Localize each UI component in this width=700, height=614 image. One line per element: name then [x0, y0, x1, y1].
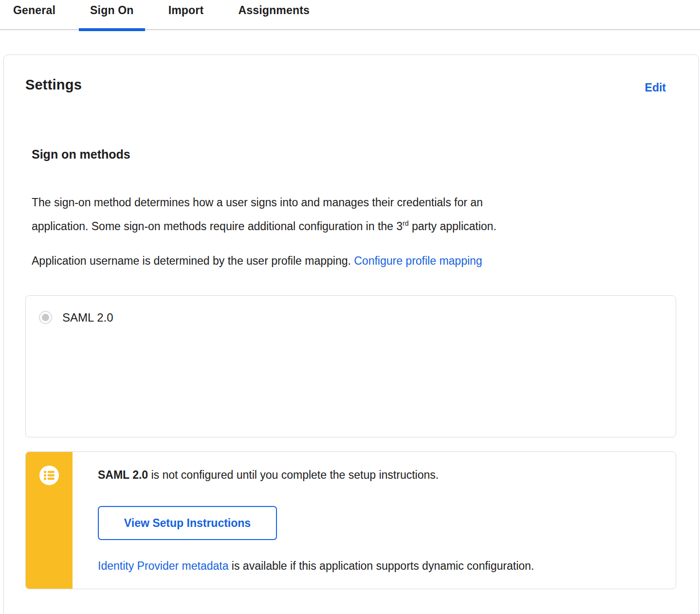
- tab-assignments[interactable]: Assignments: [227, 0, 321, 30]
- metadata-availability-text: is available if this application support…: [228, 560, 534, 572]
- saml-radio-button[interactable]: [39, 311, 52, 324]
- description-line-2-tail: party application.: [409, 220, 497, 233]
- view-setup-instructions-button[interactable]: View Setup Instructions: [98, 506, 277, 540]
- ordinal-suffix: rd: [403, 219, 408, 227]
- sign-on-methods-heading: Sign on methods: [32, 147, 130, 162]
- description-line-1: The sign-on method determines how a user…: [32, 191, 660, 215]
- description-line-2-text: application. Some sign-on methods requir…: [32, 220, 403, 233]
- configure-profile-mapping-link[interactable]: Configure profile mapping: [354, 254, 482, 267]
- settings-title: Settings: [25, 77, 82, 93]
- metadata-availability-line: Identity Provider metadata is available …: [98, 560, 534, 573]
- username-mapping-text: Application username is determined by th…: [32, 254, 354, 267]
- not-configured-message-bold: SAML 2.0: [98, 469, 148, 481]
- setup-warning-callout: SAML 2.0 is not configured until you com…: [25, 451, 676, 589]
- edit-settings-link[interactable]: Edit: [645, 81, 666, 94]
- app-sign-on-page: General Sign On Import Assignments Setti…: [0, 0, 700, 614]
- radio-dot: [42, 314, 49, 321]
- not-configured-message-rest: is not configured until you complete the…: [148, 469, 439, 481]
- username-mapping-paragraph: Application username is determined by th…: [32, 249, 660, 273]
- description-line-2: application. Some sign-on methods requir…: [32, 215, 660, 238]
- tab-import[interactable]: Import: [157, 0, 215, 30]
- saml-radio-label: SAML 2.0: [62, 311, 113, 325]
- saml-method-box: Default Relay State: [25, 295, 676, 437]
- setup-list-icon: [39, 466, 59, 485]
- tab-general[interactable]: General: [2, 0, 67, 30]
- not-configured-message: SAML 2.0 is not configured until you com…: [98, 469, 439, 482]
- app-tab-bar: General Sign On Import Assignments: [0, 0, 700, 30]
- identity-provider-metadata-link[interactable]: Identity Provider metadata: [98, 560, 228, 572]
- warning-accent-bar: [26, 452, 73, 589]
- tab-sign-on[interactable]: Sign On: [79, 0, 145, 30]
- sign-on-methods-description: The sign-on method determines how a user…: [32, 191, 660, 238]
